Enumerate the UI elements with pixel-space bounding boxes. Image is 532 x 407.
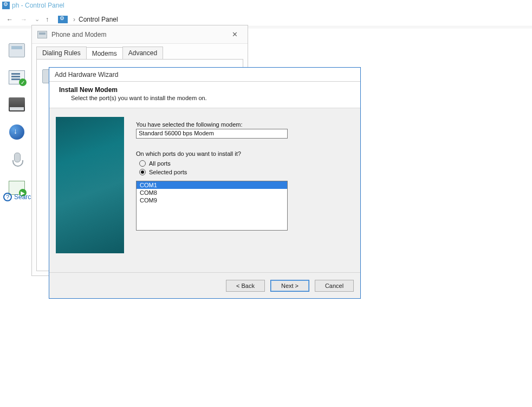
up-button[interactable]: ↑ [42,14,53,25]
port-item-com9[interactable]: COM9 [137,196,287,204]
radio-icon [139,169,146,175]
add-hardware-wizard-dialog: Add Hardware Wizard Install New Modem Se… [49,67,361,299]
wizard-footer: < Back Next > Cancel [49,272,360,298]
microphone-icon[interactable] [12,153,21,168]
window-title: ph - Control Panel [12,2,64,9]
cancel-button[interactable]: Cancel [315,280,354,292]
port-item-com8[interactable]: COM8 [137,189,287,196]
selected-modem-field: Standard 56000 bps Modem [136,129,288,139]
check-badge-icon: ✓ [19,78,27,86]
wizard-heading: Install New Modem [59,86,351,94]
help-icon: ? [3,193,12,201]
download-circle-icon[interactable] [9,124,24,140]
control-panel-icon [2,2,10,9]
modem-icon [37,31,47,38]
port-item-com1[interactable]: COM1 [137,181,287,189]
category-rail: ✓ [4,43,29,195]
radio-all-label: All ports [149,160,171,167]
selected-modem-label: You have selected the following modem: [136,121,351,128]
breadcrumb-chevron-icon[interactable]: › [73,16,75,23]
wizard-title: Add Hardware Wizard [55,71,118,78]
wizard-titlebar[interactable]: Add Hardware Wizard [49,68,360,82]
tab-advanced[interactable]: Advanced [122,47,163,59]
radio-icon [139,160,146,167]
fax-scanner-icon[interactable] [9,43,25,57]
dialog-titlebar[interactable]: Phone and Modem ✕ [32,25,248,44]
radio-selected-ports[interactable]: Selected ports [139,169,351,175]
wizard-subheading: Select the port(s) you want to install t… [71,95,351,101]
port-listbox[interactable]: COM1 COM8 COM9 [136,181,288,231]
port-question: On which ports do you want to install it… [136,150,351,157]
forward-button[interactable]: → [18,14,29,25]
tab-dialing-rules[interactable]: Dialing Rules [36,47,87,59]
search-label: Searc [14,193,31,201]
radio-selected-label: Selected ports [149,169,187,175]
back-button[interactable]: ← [4,14,15,25]
wizard-body: You have selected the following modem: S… [49,108,360,276]
wizard-content: You have selected the following modem: S… [136,121,351,276]
radio-all-ports[interactable]: All ports [139,160,351,167]
breadcrumb-icon[interactable] [58,16,68,23]
document-icon[interactable]: ✓ [9,70,25,84]
scanner-hardware-icon[interactable] [9,97,25,111]
wizard-header: Install New Modem Select the port(s) you… [49,82,360,108]
back-button[interactable]: < Back [226,280,265,292]
tab-modems[interactable]: Modems [86,47,123,60]
nav-history-chevron[interactable]: ⌄ [35,16,40,23]
wizard-side-image [56,117,124,253]
dialog-title: Phone and Modem [51,31,106,38]
tab-strip: Dialing Rules Modems Advanced [32,44,248,59]
window-titlebar: ph - Control Panel [0,0,532,11]
next-button[interactable]: Next > [270,280,309,292]
breadcrumb[interactable]: Control Panel [79,16,118,23]
search-control-panel[interactable]: ? Searc [3,193,31,201]
close-button[interactable]: ✕ [227,29,242,40]
